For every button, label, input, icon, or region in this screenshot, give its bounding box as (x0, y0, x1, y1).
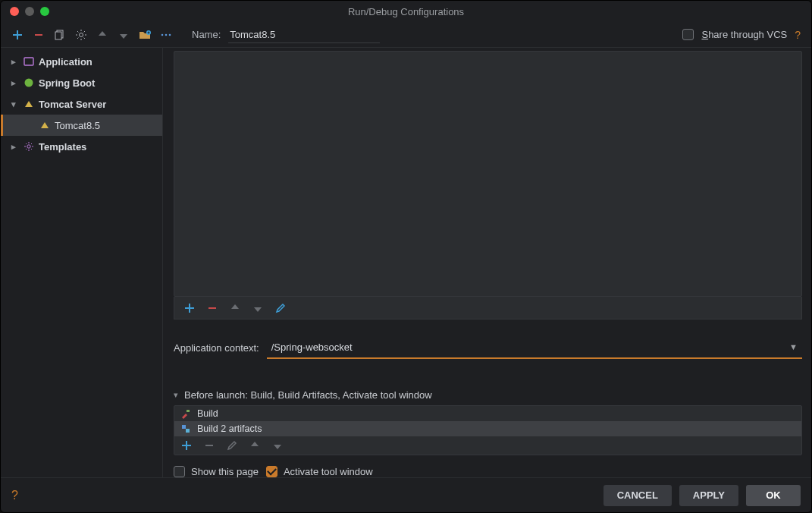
scrollbar[interactable] (805, 124, 810, 470)
help-icon[interactable]: ? (11, 489, 18, 502)
svg-rect-7 (24, 58, 33, 65)
more-icon[interactable] (160, 29, 172, 41)
tree-label: Spring Boot (39, 77, 95, 89)
task-row[interactable]: Build 2 artifacts (174, 421, 801, 436)
minimize-window-icon[interactable] (25, 7, 34, 16)
svg-rect-1 (55, 32, 61, 39)
svg-point-6 (169, 33, 171, 36)
tree-label: Templates (39, 141, 86, 153)
activate-window-check[interactable]: Activate tool window (266, 466, 373, 477)
checkbox-checked-icon (266, 466, 277, 477)
activate-window-label: Activate tool window (284, 466, 373, 477)
app-context-label: Application context: (174, 342, 259, 354)
titlebar: Run/Debug Configurations (1, 1, 811, 22)
add-icon[interactable] (183, 302, 196, 314)
move-down-icon[interactable] (252, 302, 264, 314)
chevron-right-icon: ▸ (11, 57, 19, 67)
ok-button[interactable]: OK (746, 485, 801, 506)
task-list: Build Build 2 artifacts (174, 405, 802, 455)
tree-templates[interactable]: ▸ Templates (1, 136, 162, 157)
apply-button[interactable]: APPLY (679, 485, 738, 506)
footer: ? CANCEL APPLY OK (1, 477, 811, 512)
svg-point-9 (27, 145, 30, 148)
chevron-right-icon: ▸ (11, 142, 19, 152)
tree-application[interactable]: ▸ Application (1, 51, 162, 72)
application-icon (24, 56, 34, 67)
close-window-icon[interactable] (10, 7, 19, 16)
window-controls (1, 7, 49, 16)
list-toolbar (174, 297, 802, 319)
svg-rect-11 (182, 425, 186, 429)
toolbar: Name: SShare through VCShare through VCS… (1, 22, 811, 48)
app-context-combo[interactable]: /Spring-websocket ▼ (267, 336, 802, 359)
move-down-icon[interactable] (118, 29, 130, 41)
main-panel: Application context: /Spring-websocket ▼… (163, 48, 811, 477)
chevron-down-icon: ▾ (11, 99, 19, 109)
add-icon[interactable] (11, 29, 24, 41)
name-label: Name: (192, 29, 221, 40)
chevron-down-icon: ▼ (789, 342, 798, 351)
folder-icon[interactable] (139, 29, 151, 41)
gear-icon[interactable] (75, 29, 87, 41)
svg-point-2 (80, 33, 83, 36)
app-context-value: /Spring-websocket (271, 341, 353, 353)
zoom-window-icon[interactable] (40, 7, 49, 16)
svg-rect-12 (186, 429, 190, 433)
show-page-check[interactable]: Show this page (174, 466, 259, 477)
tree-tomcat-server[interactable]: ▾ Tomcat Server (1, 93, 162, 115)
hammer-icon (180, 408, 191, 419)
add-icon[interactable] (180, 439, 193, 452)
tree-label: Tomcat8.5 (55, 120, 100, 131)
move-down-icon[interactable] (271, 439, 284, 452)
task-row[interactable]: Build (174, 406, 801, 421)
svg-point-5 (165, 33, 168, 36)
checkbox-icon (174, 466, 185, 477)
share-checkbox[interactable] (682, 29, 694, 40)
move-up-icon[interactable] (229, 302, 241, 314)
window-title: Run/Debug Configurations (1, 6, 811, 17)
spring-icon (24, 77, 34, 88)
remove-icon[interactable] (33, 29, 45, 41)
move-up-icon[interactable] (96, 29, 108, 41)
move-up-icon[interactable] (249, 439, 261, 452)
svg-rect-10 (187, 410, 190, 412)
before-launch-header[interactable]: ▾ Before launch: Build, Build Artifacts,… (174, 389, 802, 401)
dialog-window: Run/Debug Configurations Name: SShare th… (0, 0, 812, 513)
tomcat-icon (24, 99, 34, 109)
tree-tomcat-child[interactable]: Tomcat8.5 (1, 115, 162, 136)
tree-label: Tomcat Server (39, 99, 106, 110)
chevron-right-icon: ▸ (11, 78, 19, 88)
edit-icon[interactable] (274, 302, 287, 314)
artifact-list[interactable] (174, 51, 802, 297)
artifact-icon (180, 423, 191, 434)
remove-icon[interactable] (206, 302, 218, 314)
config-tree: ▸ Application ▸ Spring Boot ▾ Tomcat Ser… (1, 48, 163, 477)
tree-spring-boot[interactable]: ▸ Spring Boot (1, 72, 162, 93)
copy-icon[interactable] (54, 29, 66, 41)
chevron-down-icon: ▾ (174, 390, 178, 400)
task-label: Build 2 artifacts (197, 423, 262, 434)
tasks-toolbar (174, 436, 801, 455)
gear-icon (24, 141, 34, 152)
remove-icon[interactable] (203, 439, 215, 452)
svg-point-8 (25, 79, 33, 87)
share-label[interactable]: SShare through VCShare through VCS (701, 29, 787, 40)
tree-label: Application (39, 56, 92, 68)
before-launch-label: Before launch: Build, Build Artifacts, A… (184, 389, 432, 401)
show-page-label: Show this page (191, 466, 259, 477)
name-input[interactable] (228, 27, 380, 43)
svg-point-4 (161, 33, 164, 36)
task-label: Build (197, 408, 218, 419)
tomcat-icon (39, 120, 50, 131)
help-icon[interactable]: ? (795, 29, 801, 41)
cancel-button[interactable]: CANCEL (604, 485, 672, 506)
edit-icon[interactable] (226, 439, 238, 452)
